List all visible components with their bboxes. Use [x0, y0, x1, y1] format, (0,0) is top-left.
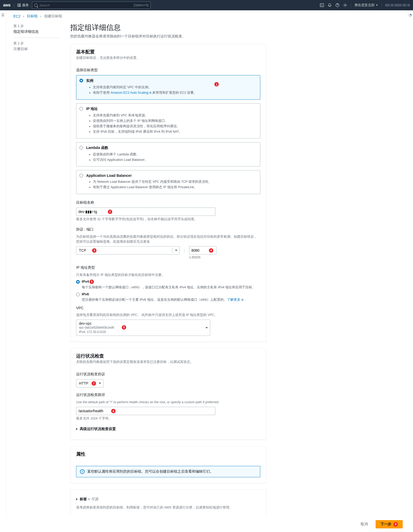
attrs-heading: 属性 — [76, 451, 260, 457]
left-rail-toggle[interactable]: ☰ — [0, 10, 6, 532]
region-selector[interactable]: 弗吉尼亚北部 ▼ — [354, 3, 378, 7]
tt-ip-b3: 借助基于微服务的架构提供灵活性，简化应用程序间通信。 — [93, 124, 256, 129]
radio-icon — [79, 107, 83, 110]
annotation-badge-9: 9 — [393, 522, 398, 527]
hc-advanced-toggle[interactable]: 高级运行状况检查设置 — [76, 424, 260, 434]
tt-lambda-b2: 仅可访问 Application Load Balancer。 — [93, 157, 256, 163]
notifications-icon[interactable] — [327, 3, 332, 7]
step2-title: 注册目标 — [13, 47, 60, 51]
annotation-badge-6: 6 — [122, 325, 126, 330]
external-link-icon: ⧉ — [241, 298, 244, 301]
annotation-badge-5: 5 — [90, 280, 94, 284]
protocol-value: TCP — [79, 248, 86, 252]
tags-optional: 可选 — [91, 497, 98, 501]
step1-label: 第 1 步 — [13, 24, 60, 28]
svg-point-2 — [345, 5, 346, 6]
chevron-right-icon: › — [23, 14, 24, 18]
settings-icon[interactable] — [343, 3, 347, 7]
tt-instances-title: 实例 — [86, 78, 256, 83]
ipv6-learn-more-link[interactable]: 了解更多 ⧉ — [227, 298, 243, 301]
tt-ip-title: IP 地址 — [86, 107, 256, 111]
account-menu[interactable] — [385, 4, 410, 6]
tt-ip-b1: 支持将负载均衡到 VPC 和本地资源。 — [93, 113, 256, 118]
hc-proto-label: 运行状况检查协议 — [76, 372, 260, 377]
autoscaling-link[interactable]: Amazon EC2 Auto Scaling ⧉ — [110, 91, 151, 94]
svg-rect-0 — [320, 4, 324, 7]
tt-ip-b4: 支持 IPv6 目标，支持端到端 IPv6 通信和 IPv4 到 IPv6 NA… — [93, 129, 256, 134]
tg-name-hint: 最多允许使用 32 个字母数字字符(包括连字符)，但名称不能以连字符开头或结尾。 — [76, 217, 260, 222]
main-layout: ☰ ◔ EC2 › 目标组 › 创建目标组 第 1 步 指定组详细信息 第 2 … — [0, 10, 413, 532]
services-menu[interactable]: 服务 — [18, 3, 29, 7]
hc-protocol-select[interactable]: HTTP — [76, 379, 103, 387]
cancel-button[interactable]: 取消 — [356, 520, 372, 528]
attrs-info-text: 某些默认属性将应用到您的目标组。您可以在创建目标组之后查看和编辑它们。 — [87, 469, 214, 474]
breadcrumb-ec2[interactable]: EC2 — [13, 14, 20, 18]
target-type-ip[interactable]: IP 地址 支持将负载均衡到 VPC 和本地资源。 促使路由到同一实例上的多个 … — [76, 103, 260, 139]
radio-icon — [76, 280, 80, 284]
hc-protocol-value: HTTP — [79, 381, 88, 385]
hc-sub: 关联的负载均衡器按照下面的设置定期发送请求至已注册目标，以测试其状态。 — [76, 360, 260, 364]
page-desc: 您的负载均衡器会将请求路由到一个目标组并对目标执行运行状况检查。 — [70, 34, 266, 39]
ip-type-ipv6[interactable]: IPv6 — [76, 292, 260, 296]
hc-path-input[interactable] — [76, 407, 215, 415]
hc-heading: 运行状况检查 — [76, 353, 260, 359]
radio-icon — [79, 174, 83, 177]
hc-path-desc: Use the default path of "/" to perform h… — [76, 400, 260, 405]
target-type-alb[interactable]: Application Load Balancer 为 Network Load… — [76, 170, 260, 194]
protocol-select[interactable]: TCP — [76, 246, 180, 255]
tt-alb-b1: 为 Network Load Balancer 提供了在特定 VPC 内接受和路… — [93, 179, 256, 185]
vpc-label: VPC — [76, 306, 260, 310]
basic-heading: 基本配置 — [76, 49, 260, 55]
chevron-down-icon — [205, 327, 208, 328]
tg-name-label: 目标组名称 — [76, 200, 260, 205]
search-input[interactable] — [39, 3, 134, 7]
global-search[interactable]: [Option+S] — [32, 2, 151, 9]
chevron-down-icon — [175, 250, 177, 251]
wizard-footer: 取消 下一步9 — [0, 517, 413, 532]
next-button[interactable]: 下一步9 — [376, 520, 403, 528]
panel-attributes: 属性 i 某些默认属性将应用到您的目标组。您可以在创建目标组之后查看和编辑它们。 — [70, 446, 266, 483]
step1-title[interactable]: 指定组详细信息 — [13, 29, 60, 34]
tags-toggle[interactable]: 标签 – 可选 — [76, 494, 260, 504]
page-title: 指定组详细信息 — [70, 23, 266, 33]
proto-port-label: 协议 : 端口 — [76, 227, 260, 232]
attrs-info-alert: i 某些默认属性将应用到您的目标组。您可以在创建目标组之后查看和编辑它们。 — [76, 466, 260, 477]
cloudshell-icon[interactable] — [320, 3, 324, 7]
tags-desc: 请考虑将标签添加到您的目标组。利用标签，您可对自己的 AWS 资源进行分类，以便… — [76, 505, 260, 510]
hc-path-label: 运行状况检查路径 — [76, 393, 260, 397]
services-label: 服务 — [22, 3, 29, 7]
annotation-badge-1: 1 — [214, 82, 219, 86]
tags-heading: 标签 – — [80, 497, 91, 501]
annotation-badge-3: 3 — [92, 248, 96, 253]
target-type-lambda[interactable]: Lambda 函数 促使路由到单个 Lambda 函数。 仅可访问 Applic… — [76, 142, 260, 167]
ip-type-desc: 只有具备所指示 IP 地址类型的目标才能在此目标组中注册。 — [76, 273, 260, 277]
help-icon[interactable] — [335, 3, 340, 7]
tg-name-input[interactable] — [76, 208, 215, 216]
top-nav: aws | 服务 [Option+S] | 弗吉尼亚北部 ▼ | — [0, 0, 413, 10]
radio-icon — [79, 79, 83, 82]
annotation-badge-4: 4 — [209, 248, 213, 253]
breadcrumb-target-groups[interactable]: 目标组 — [27, 14, 38, 19]
aws-logo[interactable]: aws — [3, 3, 11, 7]
panel-tags: 标签 – 可选 请考虑将标签添加到您的目标组。利用标签，您可对自己的 AWS 资… — [70, 489, 266, 518]
ip-type-label: IP 地址类型 — [76, 265, 260, 270]
vpc-desc: 选择包含要添加到此目标组的实例的 VPC。 此列表中只提供支持上述所选 IP 地… — [76, 313, 260, 317]
panel-health-checks: 运行状况检查 关联的负载均衡器按照下面的设置定期发送请求至已注册目标，以测试其状… — [70, 348, 266, 440]
ipv6-desc: 您注册的每个实例都必须分配一个主要 IPv6 地址。这是在实例的默认网络接口（e… — [82, 297, 260, 302]
grid-icon — [18, 4, 21, 7]
panel-basic-config: 基本配置 创建目标组后，无法更改本部分中的设置。 选择目标类型 实例 1 支持将… — [70, 44, 266, 342]
vpc-name: dev-vpc — [79, 321, 202, 325]
hc-advanced-label: 高级运行状况检查设置 — [80, 427, 116, 431]
target-type-instances[interactable]: 实例 1 支持将负载均衡到特定 VPC 中的实例。 有助于使用 Amazon E… — [76, 75, 260, 100]
vpc-select[interactable]: dev-vpc vpc-0ab1e92bb843b1ed66 IPv4: 172… — [76, 320, 210, 336]
ip-type-ipv4[interactable]: IPv45 — [76, 280, 260, 284]
main-form: 指定组详细信息 您的负载均衡器会将请求路由到一个目标组并对目标执行运行状况检查。… — [70, 22, 266, 524]
tt-lambda-title: Lambda 函数 — [86, 146, 256, 150]
expand-triangle-icon — [76, 498, 78, 501]
ipv4-desc: 每个实例都有一个默认网络接口（eth0），该接口已分配有主私有 IPv4 地址。… — [82, 285, 260, 290]
info-icon: i — [80, 469, 85, 474]
external-link-icon: ⧉ — [149, 91, 151, 94]
tt-alb-title: Application Load Balancer — [86, 173, 256, 178]
tt-ip-b2: 促使路由到同一实例上的多个 IP 地址和网络接口。 — [93, 118, 256, 124]
annotation-badge-2: 2 — [108, 210, 112, 214]
